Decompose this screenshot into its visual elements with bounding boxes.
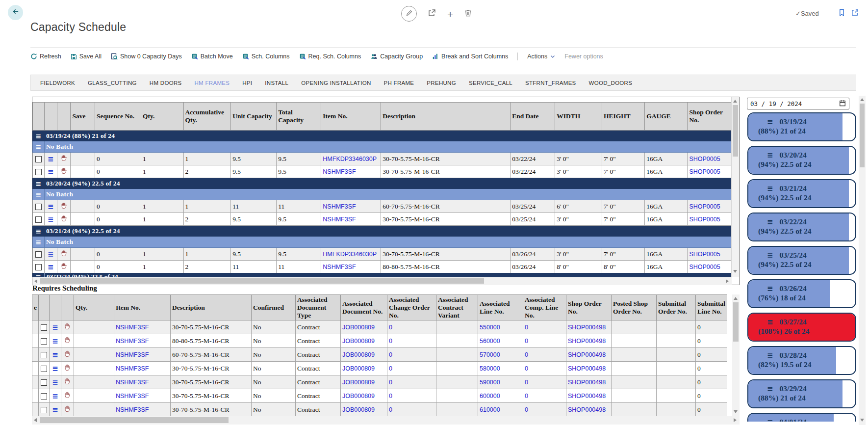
new-button[interactable]: + xyxy=(447,9,453,19)
req-sch-columns-button[interactable]: Req. Sch. Columns xyxy=(299,53,361,60)
cell-line_no[interactable]: 560000 xyxy=(478,334,523,348)
drag-hand-icon[interactable] xyxy=(57,153,71,165)
card-menu-icon[interactable]: ≡ xyxy=(767,318,773,326)
row-select-checkbox[interactable] xyxy=(39,403,50,417)
column-header-associated-change-order-no[interactable]: Associated Change Order No. xyxy=(387,295,436,320)
capacity-table-vertical-scrollbar[interactable] xyxy=(731,97,739,277)
row-menu-icon[interactable]: ≡ xyxy=(44,248,57,261)
batch-menu-icon[interactable]: ≡ xyxy=(33,237,45,248)
column-header-description[interactable]: Description xyxy=(381,103,511,131)
row-select-checkbox[interactable] xyxy=(33,213,45,226)
cell-item[interactable]: HMFKDP3346030P xyxy=(321,248,381,261)
tab-hm-doors[interactable]: HM DOORS xyxy=(143,80,188,86)
tab-wood-doors[interactable]: WOOD_DOORS xyxy=(583,80,639,86)
cell-shop[interactable]: SHOP000498 xyxy=(566,348,612,362)
cell-shop[interactable]: SHOP0005 xyxy=(688,165,732,178)
column-header-associated-comp-line-no[interactable]: Associated Comp. Line No. xyxy=(523,295,566,320)
card-menu-icon[interactable]: ≡ xyxy=(767,184,773,193)
cell-shop[interactable]: SHOP000498 xyxy=(566,320,612,334)
drag-hand-icon[interactable] xyxy=(61,348,74,362)
cell-comp_line[interactable]: 0 xyxy=(523,334,566,348)
batch-menu-icon[interactable]: ≡ xyxy=(33,189,45,200)
column-header-shop-order-no[interactable]: Shop Order No. xyxy=(688,103,732,131)
tab-service-call[interactable]: SERVICE_CALL xyxy=(462,80,519,86)
cell-doc_no[interactable]: JOB000809 xyxy=(341,375,387,389)
cell-item[interactable]: NSHMF3SF xyxy=(114,389,171,403)
column-header-accumulative-qty[interactable]: Accumulative Qty. xyxy=(183,103,231,131)
fewer-options-button[interactable]: Fewer options xyxy=(564,53,603,60)
row-menu-icon[interactable]: ≡ xyxy=(44,200,57,213)
scroll-down-arrow[interactable] xyxy=(734,410,738,413)
drag-hand-icon[interactable] xyxy=(61,320,74,334)
cell-line_no[interactable]: 580000 xyxy=(478,362,523,375)
group-menu-icon[interactable]: ≡ xyxy=(33,226,45,237)
cell-change_order[interactable]: 0 xyxy=(387,348,436,362)
capacity-group-button[interactable]: Capacity Group xyxy=(370,53,423,60)
cell-change_order[interactable]: 0 xyxy=(387,375,436,389)
capacity-day-card[interactable]: ≡03/29/24 (88%) 21 of 24 xyxy=(747,379,856,408)
delete-button[interactable] xyxy=(464,9,472,19)
cell-item[interactable]: NSHMF3SF xyxy=(114,362,171,375)
cell-item[interactable]: NSHMF3SF xyxy=(114,320,171,334)
tab-ph-frame[interactable]: PH FRAME xyxy=(378,80,421,86)
cell-shop[interactable]: SHOP0005 xyxy=(688,261,732,273)
column-header-item-no[interactable]: Item No. xyxy=(321,103,381,131)
cell-comp_line[interactable]: 0 xyxy=(523,320,566,334)
card-menu-icon[interactable]: ≡ xyxy=(767,418,773,422)
drag-hand-icon[interactable] xyxy=(61,403,74,417)
card-menu-icon[interactable]: ≡ xyxy=(767,151,773,160)
cell-comp_line[interactable]: 0 xyxy=(523,348,566,362)
card-menu-icon[interactable]: ≡ xyxy=(767,217,773,226)
column-header-sequence-no[interactable]: Sequence No. xyxy=(95,103,141,131)
drag-hand-icon[interactable] xyxy=(57,165,71,178)
capacity-day-card[interactable]: ≡03/25/24 (94%) 22.5 of 24 xyxy=(747,246,856,275)
cell-shop[interactable]: SHOP000498 xyxy=(566,375,612,389)
card-menu-icon[interactable]: ≡ xyxy=(767,384,773,393)
edit-button[interactable] xyxy=(401,6,417,22)
column-header-submittal-line-no[interactable]: Submittal Line No. xyxy=(696,295,727,320)
tab-glass-cutting[interactable]: GLASS_CUTTING xyxy=(81,80,143,86)
scroll-right-arrow[interactable] xyxy=(726,279,729,283)
column-header-save[interactable]: Save xyxy=(71,103,95,131)
cell-item[interactable]: NSHMF3SF xyxy=(114,348,171,362)
requires-scheduling-horizontal-scrollbar[interactable] xyxy=(32,416,740,425)
capacity-day-card[interactable]: ≡03/22/24 (94%) 22.5 of 24 xyxy=(747,213,856,241)
cell-doc_no[interactable]: JOB000809 xyxy=(341,320,387,334)
column-header-qty[interactable]: Qty. xyxy=(141,103,183,131)
cell-item[interactable]: HMFKDP3346030P xyxy=(321,153,381,165)
drag-hand-icon[interactable] xyxy=(57,213,71,226)
column-header-width[interactable]: WIDTH xyxy=(555,103,602,131)
column-header-description[interactable]: Description xyxy=(171,295,252,320)
scroll-thumb[interactable] xyxy=(860,104,865,167)
save-all-button[interactable]: Save All xyxy=(71,53,102,60)
column-header-shop-order-no[interactable]: Shop Order No. xyxy=(566,295,612,320)
column-header-end-date[interactable]: End Date xyxy=(511,103,555,131)
cell-item[interactable]: NSHMF3SF xyxy=(321,213,381,226)
card-menu-icon[interactable]: ≡ xyxy=(767,117,773,126)
row-menu-icon[interactable]: ≡ xyxy=(50,334,61,348)
bookmark-button[interactable] xyxy=(839,9,845,18)
capacity-day-card[interactable]: ≡03/20/24 (94%) 22.5 of 24 xyxy=(747,146,856,175)
cell-line_no[interactable]: 570000 xyxy=(478,348,523,362)
refresh-button[interactable]: Refresh xyxy=(30,53,61,60)
cell-shop[interactable]: SHOP0005 xyxy=(688,153,732,165)
cell-change_order[interactable]: 0 xyxy=(387,320,436,334)
tab-prehung[interactable]: PREHUNG xyxy=(420,80,462,86)
column-header-associated-document-no[interactable]: Associated Document No. xyxy=(341,295,387,320)
capacity-day-card[interactable]: ≡03/19/24 (88%) 21 of 24 xyxy=(747,112,856,141)
scroll-left-arrow[interactable] xyxy=(34,418,37,422)
row-select-checkbox[interactable] xyxy=(39,320,50,334)
row-menu-icon[interactable]: ≡ xyxy=(44,261,57,273)
column-header-qty[interactable]: Qty. xyxy=(74,295,114,320)
column-header-height[interactable]: HEIGHT xyxy=(602,103,645,131)
capacity-day-card[interactable]: ≡03/21/24 (94%) 22.5 of 24 xyxy=(747,179,856,208)
cell-change_order[interactable]: 0 xyxy=(387,362,436,375)
batch-move-button[interactable]: Batch Move xyxy=(191,53,233,60)
column-header-confirmed[interactable]: Confirmed xyxy=(252,295,296,320)
show-0-capacity-days-button[interactable]: Show 0 Capacity Days xyxy=(111,53,182,60)
cell-item[interactable]: NSHMF3SF xyxy=(114,334,171,348)
sch-columns-button[interactable]: Sch. Columns xyxy=(242,53,290,60)
row-select-checkbox[interactable] xyxy=(33,153,45,165)
scroll-thumb[interactable] xyxy=(733,105,738,157)
cell-change_order[interactable]: 0 xyxy=(387,403,436,417)
